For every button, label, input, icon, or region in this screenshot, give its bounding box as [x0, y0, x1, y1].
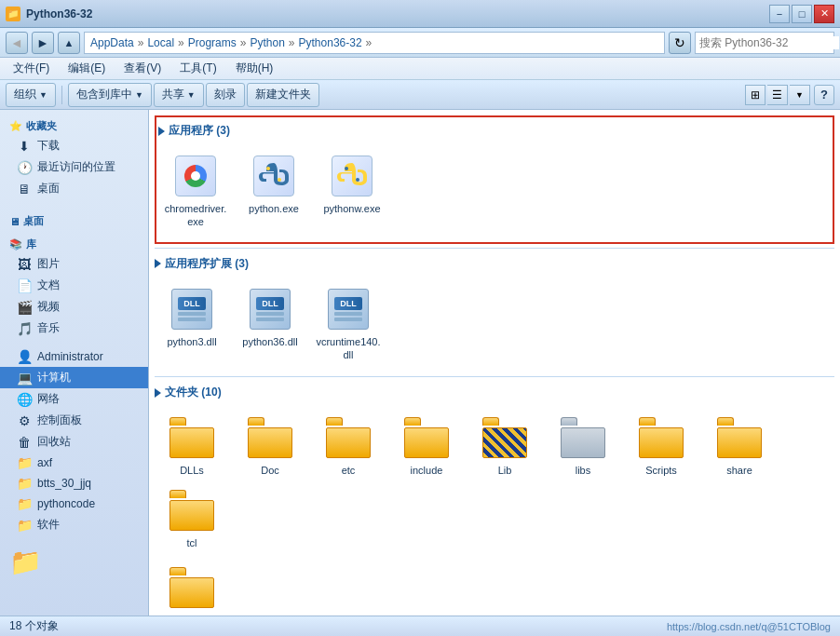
- folder-icon: 📁: [6, 7, 20, 21]
- search-bar[interactable]: 🔍: [695, 32, 834, 54]
- sidebar-item-software[interactable]: 📁 软件: [0, 514, 148, 535]
- libraries-header: 📚 库: [0, 234, 148, 253]
- sidebar-item-recycle[interactable]: 🗑 回收站: [0, 431, 148, 453]
- forward-button[interactable]: ►: [32, 32, 54, 54]
- folders-file-grid-2: Tools: [155, 562, 834, 616]
- folder-small-icon4: 📁: [17, 518, 32, 533]
- sidebar-item-documents[interactable]: 📄 文档: [0, 275, 148, 296]
- videos-icon: 🎬: [17, 300, 32, 315]
- file-item-pythonw-exe[interactable]: pythonw.exe: [315, 150, 389, 233]
- view-list-button[interactable]: ☰: [767, 85, 788, 105]
- title-bar: 📁 Python36-32 − □ ✕: [0, 0, 840, 28]
- file-label: chromedriver.exe: [162, 202, 229, 229]
- file-item-vcruntimedll[interactable]: DLL vcruntime140.dll: [311, 283, 386, 366]
- maximize-button[interactable]: □: [792, 5, 812, 23]
- folder-tools-icon: [169, 565, 214, 610]
- folders-file-grid: DLLs Doc: [155, 412, 834, 562]
- user-icon: 👤: [17, 349, 32, 364]
- file-label: Doc: [261, 464, 279, 477]
- file-item-libs[interactable]: libs: [546, 412, 620, 480]
- file-item-etc[interactable]: etc: [311, 412, 386, 480]
- file-label: tcl: [187, 536, 197, 549]
- menu-file[interactable]: 文件(F): [7, 59, 55, 78]
- documents-icon: 📄: [17, 278, 32, 293]
- file-label: DLLs: [180, 464, 204, 477]
- file-label: share: [726, 464, 752, 477]
- toolbar-separator: [61, 86, 62, 104]
- help-button[interactable]: ?: [814, 85, 834, 105]
- sidebar-item-administrator[interactable]: 👤 Administrator: [0, 346, 148, 367]
- back-button[interactable]: ◄: [6, 32, 28, 54]
- view-icon-button[interactable]: ⊞: [745, 85, 765, 105]
- sidebar-item-control-panel[interactable]: ⚙ 控制面板: [0, 410, 148, 431]
- expand-icon2: [155, 259, 161, 268]
- sidebar-item-videos[interactable]: 🎬 视频: [0, 296, 148, 318]
- app-extensions-section: 应用程序扩展 (3) DLL python3.dll: [155, 248, 834, 373]
- content-area: 应用程序 (3) chromedriver.exe: [149, 110, 840, 616]
- status-count: 18 个对象: [9, 618, 59, 634]
- sidebar-item-axf[interactable]: 📁 axf: [0, 453, 148, 473]
- apps-section-header: 应用程序 (3): [158, 119, 831, 142]
- minimize-button[interactable]: −: [769, 5, 790, 23]
- app-ext-section-header: 应用程序扩展 (3): [155, 252, 834, 276]
- file-item-python3dll[interactable]: DLL python3.dll: [155, 283, 229, 366]
- view-arrow-button[interactable]: ▼: [790, 85, 810, 105]
- sidebar-item-desktop-fav[interactable]: 🖥 桌面: [0, 178, 148, 199]
- file-item-scripts[interactable]: Scripts: [624, 412, 698, 480]
- sidebar-item-network[interactable]: 🌐 网络: [0, 388, 148, 410]
- file-item-python-exe[interactable]: python.exe: [237, 150, 311, 233]
- menu-edit[interactable]: 编辑(E): [62, 59, 111, 78]
- file-item-dlls[interactable]: DLLs: [155, 412, 229, 480]
- file-item-share[interactable]: share: [702, 412, 777, 480]
- apps-file-grid: chromedriver.exe python.exe: [158, 150, 831, 240]
- organize-arrow-icon: ▼: [39, 90, 47, 100]
- file-item-include[interactable]: include: [389, 412, 464, 480]
- computer-icon: 💻: [17, 371, 32, 386]
- include-library-button[interactable]: 包含到库中 ▼: [68, 83, 152, 107]
- title-bar-controls: − □ ✕: [769, 5, 834, 23]
- file-item-chromedriver[interactable]: chromedriver.exe: [158, 150, 233, 233]
- control-panel-icon: ⚙: [17, 413, 32, 428]
- breadcrumb-item[interactable]: AppData: [90, 36, 134, 49]
- breadcrumb-item[interactable]: Python36-32: [299, 36, 362, 49]
- sidebar-item-pythoncode[interactable]: 📁 pythoncode: [0, 494, 148, 514]
- file-item-doc[interactable]: Doc: [233, 412, 307, 480]
- file-item-tcl[interactable]: tcl: [155, 484, 229, 553]
- search-input[interactable]: [699, 36, 839, 49]
- sidebar-item-btts[interactable]: 📁 btts_30_jjq: [0, 473, 148, 494]
- file-label: include: [411, 464, 443, 477]
- svg-point-2: [345, 167, 348, 170]
- menu-tools[interactable]: 工具(T): [174, 59, 222, 78]
- sidebar-item-recent[interactable]: 🕐 最近访问的位置: [0, 156, 148, 178]
- dll-icon2: DLL: [248, 287, 292, 332]
- menu-view[interactable]: 查看(V): [118, 59, 167, 78]
- share-button[interactable]: 共享 ▼: [154, 83, 204, 107]
- network-icon: 🌐: [17, 392, 32, 407]
- title-bar-text: Python36-32: [26, 7, 92, 20]
- file-item-lib[interactable]: Lib: [467, 412, 542, 480]
- burn-button[interactable]: 刻录: [206, 83, 245, 107]
- sidebar-item-pictures[interactable]: 🖼 图片: [0, 253, 148, 275]
- close-button[interactable]: ✕: [814, 5, 834, 23]
- folder-share-icon: [717, 415, 762, 460]
- breadcrumb-item[interactable]: Local: [147, 36, 174, 49]
- menu-help[interactable]: 帮助(H): [230, 59, 279, 78]
- up-button[interactable]: ▲: [58, 32, 80, 54]
- sidebar-item-downloads[interactable]: ⬇ 下载: [0, 135, 148, 156]
- libraries-section: 📚 库 🖼 图片 📄 文档 🎬 视频 🎵 音乐: [0, 234, 148, 339]
- file-label: python.exe: [249, 202, 299, 215]
- desktop-section-icon: 🖥: [9, 216, 20, 227]
- file-label: etc: [342, 464, 356, 477]
- new-folder-button[interactable]: 新建文件夹: [247, 83, 319, 107]
- view-buttons: ⊞ ☰ ▼: [745, 85, 810, 105]
- file-item-tools[interactable]: Tools: [155, 562, 229, 616]
- organize-button[interactable]: 组织 ▼: [6, 83, 56, 107]
- refresh-button[interactable]: ↻: [669, 32, 691, 54]
- breadcrumb-item[interactable]: Python: [250, 36, 284, 49]
- menu-bar: 文件(F) 编辑(E) 查看(V) 工具(T) 帮助(H): [0, 58, 840, 80]
- breadcrumb-item[interactable]: Programs: [188, 36, 237, 49]
- file-item-python36dll[interactable]: DLL python36.dll: [233, 283, 307, 366]
- sidebar-item-computer[interactable]: 💻 计算机: [0, 367, 148, 388]
- folder-include-icon: [404, 415, 449, 460]
- sidebar-item-music[interactable]: 🎵 音乐: [0, 318, 148, 339]
